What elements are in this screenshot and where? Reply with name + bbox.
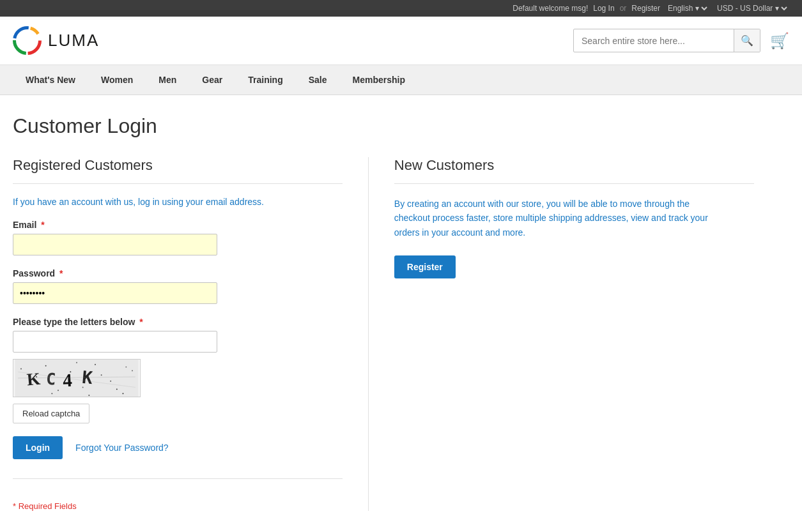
two-column-layout: Registered Customers If you have an acco… — [13, 157, 754, 511]
svg-point-11 — [95, 364, 96, 365]
svg-point-20 — [101, 374, 102, 376]
svg-point-13 — [123, 393, 124, 394]
captcha-image: K C 4 K — [13, 359, 141, 397]
required-note-text: * Required Fields — [13, 501, 343, 511]
search-input[interactable] — [574, 31, 734, 51]
svg-point-5 — [20, 369, 22, 370]
svg-point-22 — [125, 367, 127, 368]
svg-point-18 — [76, 362, 77, 363]
nav-link-women[interactable]: Women — [88, 65, 146, 95]
new-customers-description: By creating an account with our store, y… — [394, 197, 714, 239]
nav-link-sale[interactable]: Sale — [296, 65, 340, 95]
form-actions: Login Forgot Your Password? — [13, 436, 343, 459]
svg-point-8 — [58, 390, 59, 391]
svg-point-19 — [88, 395, 89, 396]
nav-item-men: Men — [146, 65, 189, 95]
svg-text:C: C — [45, 370, 56, 389]
or-separator: or — [620, 4, 627, 13]
new-customers-section: New Customers By creating an account wit… — [369, 157, 754, 511]
nav-item-membership: Membership — [340, 65, 418, 95]
svg-point-12 — [110, 381, 111, 382]
top-bar: Default welcome msg! Log In or Register … — [0, 0, 802, 17]
captcha-svg: K C 4 K — [13, 360, 140, 397]
svg-text:4: 4 — [62, 370, 72, 391]
nav-item-training: Training — [235, 65, 295, 95]
svg-point-16 — [51, 393, 52, 394]
top-login-link[interactable]: Log In — [593, 4, 614, 13]
captcha-input[interactable] — [13, 331, 217, 353]
currency-select[interactable]: USD - US Dollar ▾ — [714, 3, 789, 13]
language-select[interactable]: English ▾ — [665, 3, 709, 13]
password-field-group: Password * — [13, 268, 343, 304]
nav-link-whats-new[interactable]: What's New — [13, 65, 88, 95]
welcome-message: Default welcome msg! — [513, 4, 588, 13]
top-register-link[interactable]: Register — [631, 4, 660, 13]
header-right: 🔍 🛒 — [573, 29, 789, 52]
email-input[interactable] — [13, 234, 217, 255]
login-button[interactable]: Login — [13, 436, 63, 459]
nav-link-training[interactable]: Training — [235, 65, 295, 95]
required-fields-note: * Required Fields — [13, 478, 343, 511]
register-button[interactable]: Register — [394, 255, 456, 278]
search-button[interactable]: 🔍 — [734, 29, 760, 52]
captcha-label: Please type the letters below * — [13, 317, 343, 327]
svg-text:K: K — [26, 369, 42, 390]
captcha-required-mark: * — [139, 317, 143, 327]
registered-section-title: Registered Customers — [13, 157, 343, 184]
reload-captcha-button[interactable]: Reload captcha — [13, 404, 89, 423]
nav-item-gear: Gear — [189, 65, 235, 95]
nav-item-women: Women — [88, 65, 146, 95]
page-title: Customer Login — [13, 114, 754, 138]
luma-logo-icon — [13, 26, 42, 55]
new-customers-title: New Customers — [394, 157, 754, 184]
email-required-mark: * — [41, 220, 44, 230]
cart-icon[interactable]: 🛒 — [770, 32, 789, 50]
svg-point-7 — [45, 365, 47, 367]
svg-point-21 — [116, 388, 118, 390]
registered-info-text: If you have an account with us, log in u… — [13, 197, 343, 207]
password-input[interactable] — [13, 282, 217, 304]
main-nav: What's New Women Men Gear Training Sale … — [0, 65, 802, 95]
svg-point-14 — [132, 370, 133, 371]
search-box: 🔍 — [573, 29, 760, 52]
nav-list: What's New Women Men Gear Training Sale … — [13, 65, 789, 95]
nav-item-whats-new: What's New — [13, 65, 88, 95]
logo-link[interactable]: LUMA — [13, 26, 99, 55]
password-required-mark: * — [59, 268, 63, 278]
site-header: LUMA 🔍 🛒 — [0, 17, 802, 65]
nav-link-men[interactable]: Men — [146, 65, 189, 95]
logo-text: LUMA — [48, 31, 99, 50]
email-label: Email * — [13, 220, 343, 230]
email-field-group: Email * — [13, 220, 343, 255]
nav-link-gear[interactable]: Gear — [189, 65, 235, 95]
password-label: Password * — [13, 268, 343, 278]
nav-link-membership[interactable]: Membership — [340, 65, 418, 95]
forgot-password-link[interactable]: Forgot Your Password? — [75, 443, 169, 453]
registered-customers-section: Registered Customers If you have an acco… — [13, 157, 369, 511]
captcha-field-group: Please type the letters below * — [13, 317, 343, 423]
nav-item-sale: Sale — [296, 65, 340, 95]
main-content: Customer Login Registered Customers If y… — [0, 95, 767, 530]
